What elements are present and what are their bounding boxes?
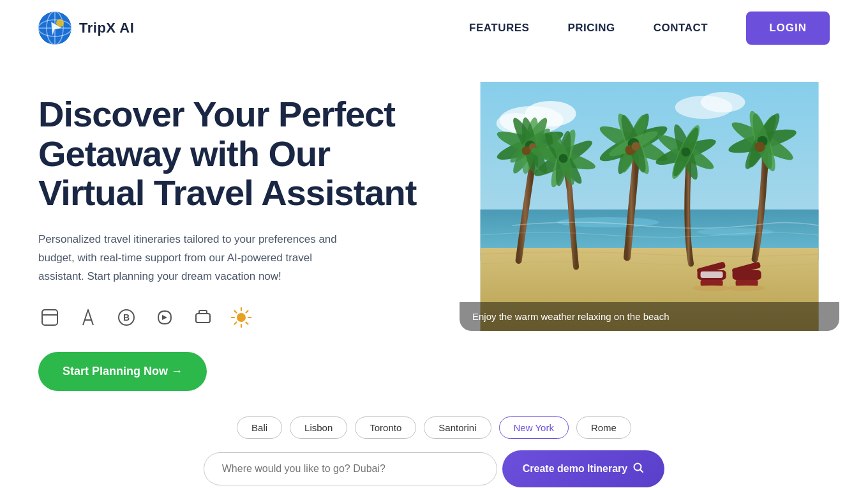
nav-contact[interactable]: CONTACT [654,22,708,34]
nav-features[interactable]: FEATURES [469,22,529,34]
svg-text:B: B [123,312,130,323]
search-icon [632,462,644,476]
hero-section: Discover Your Perfect Getaway with Our V… [0,56,868,404]
nav-pricing[interactable]: PRICING [567,22,615,34]
brand-icon-3: B [115,306,138,329]
search-input[interactable] [204,452,497,485]
dest-pill-rome[interactable]: Rome [576,416,631,439]
nav-links: FEATURES PRICING CONTACT LOGIN [469,11,830,45]
svg-point-46 [559,154,568,163]
start-planning-button[interactable]: Start Planning Now → [38,352,207,391]
image-caption: Enjoy the warm weather relaxing on the b… [460,302,839,331]
dest-pill-bali[interactable]: Bali [237,416,282,439]
create-itinerary-label: Create demo Itinerary [523,463,628,475]
hero-right: Enjoy the warm weather relaxing on the b… [460,82,839,331]
svg-rect-6 [42,310,57,325]
svg-rect-79 [701,271,723,278]
svg-point-5 [56,19,64,27]
hero-left: Discover Your Perfect Getaway with Our V… [38,82,434,391]
svg-line-19 [235,323,237,324]
navbar: TripX AI FEATURES PRICING CONTACT LOGIN [0,0,868,56]
svg-point-78 [728,285,766,291]
svg-line-17 [246,323,248,324]
svg-point-56 [632,142,641,151]
partner-icons: B [38,306,434,329]
hero-subtitle: Personalized travel itineraries tailored… [38,231,357,286]
dest-pill-lisbon[interactable]: Lisbon [290,416,347,439]
brand-icon-2 [77,306,100,329]
brand-icon-1 [38,306,61,329]
hero-title: Discover Your Perfect Getaway with Our V… [38,95,434,213]
dest-pill-santorini[interactable]: Santorini [424,416,491,439]
logo-icon [38,11,71,45]
beach-scene-svg [460,82,839,331]
login-button[interactable]: LOGIN [746,11,830,45]
svg-point-25 [701,92,745,112]
destination-pills: Bali Lisbon Toronto Santorini New York R… [237,416,631,439]
create-itinerary-button[interactable]: Create demo Itinerary [502,450,665,487]
logo-area: TripX AI [38,11,134,45]
search-bar-section: Create demo Itinerary [165,450,703,488]
svg-line-81 [640,469,643,472]
brand-name: TripX AI [79,20,134,36]
brand-icon-5 [191,306,214,329]
dest-pill-toronto[interactable]: Toronto [355,416,416,439]
destinations-section: Bali Lisbon Toronto Santorini New York R… [0,404,868,488]
sun-icon [230,306,253,329]
dest-pill-new-york[interactable]: New York [499,416,569,439]
svg-line-18 [246,311,248,313]
svg-point-11 [237,313,246,322]
brand-icon-4 [153,306,176,329]
svg-point-74 [692,285,731,291]
svg-rect-10 [196,314,210,323]
svg-point-70 [755,142,765,152]
hero-image: Enjoy the warm weather relaxing on the b… [460,82,839,331]
svg-point-62 [682,148,691,156]
svg-line-16 [235,311,237,313]
